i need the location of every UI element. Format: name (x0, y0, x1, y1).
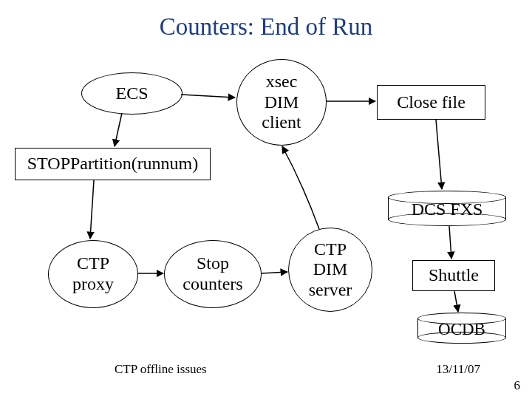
node-stop-partition-label: STOPPartition(runnum) (27, 154, 199, 174)
node-shuttle-label: Shuttle (429, 265, 479, 286)
edge-stopp-ctpproxy (90, 180, 94, 239)
slide-title: Counters: End of Run (0, 13, 532, 41)
node-ecs: ECS (81, 72, 183, 115)
footer-left: CTP offline issues (115, 362, 207, 377)
node-xsec-dim-client: xsec DIM client (236, 59, 327, 146)
node-close-file-label: Close file (397, 92, 466, 113)
edge-shuttle-ocdb (454, 291, 458, 312)
node-dcs-fxs-label: DCS FXS (388, 200, 506, 219)
edge-ctpdim-xsec (282, 146, 319, 229)
edge-stopcnt-ctpdim (261, 272, 287, 273)
node-stop-partition: STOPPartition(runnum) (15, 148, 211, 180)
page-number: 6 (514, 378, 521, 393)
edge-close-dcsfxs (436, 120, 442, 189)
node-ocdb: OCDB (417, 313, 506, 344)
edge-dcsfxs-shuttle (449, 226, 451, 259)
node-stop-counters: Stop counters (164, 240, 262, 308)
node-dcs-fxs: DCS FXS (388, 191, 506, 226)
node-xsec-label: xsec DIM client (262, 72, 301, 133)
node-ocdb-label: OCDB (417, 320, 506, 339)
node-shuttle: Shuttle (412, 260, 495, 291)
node-ctp-proxy-label: CTP proxy (72, 253, 114, 294)
node-stop-counters-label: Stop counters (183, 253, 242, 294)
node-close-file: Close file (377, 85, 485, 120)
node-ctp-dim-server: CTP DIM server (288, 228, 372, 312)
slide: Counters: End of Run ECS xsec DIM client… (0, 0, 532, 399)
edge-ecs-xsec (181, 95, 235, 98)
node-ecs-label: ECS (115, 83, 148, 104)
edge-ecs-stopp (115, 113, 122, 146)
footer-right: 13/11/07 (436, 362, 480, 377)
node-ctp-proxy: CTP proxy (48, 240, 138, 308)
node-ctp-dim-server-label: CTP DIM server (309, 239, 352, 301)
